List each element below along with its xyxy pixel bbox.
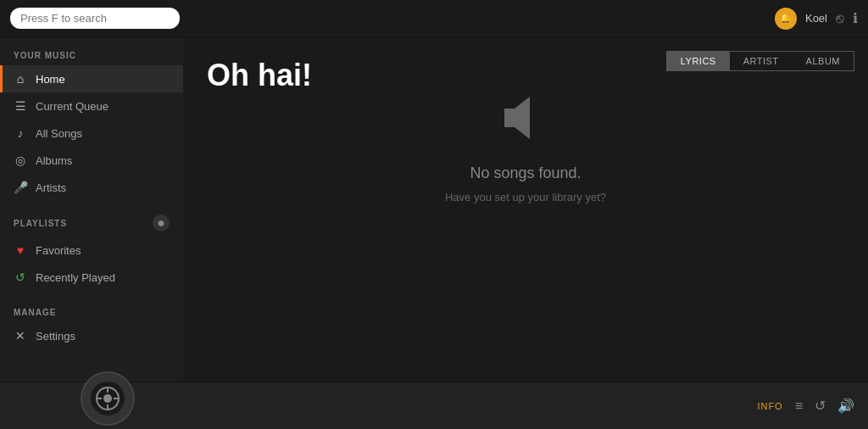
content-tabs: LYRICS ARTIST ALBUM (666, 51, 854, 71)
info-icon[interactable]: ℹ (853, 10, 858, 26)
albums-icon: ◎ (14, 153, 27, 167)
sidebar-item-all-songs[interactable]: ♪ All Songs (0, 120, 183, 147)
sidebar-item-queue-label: Current Queue (36, 100, 108, 113)
queue-icon: ☰ (14, 99, 27, 113)
main-layout: Your Music ⌂ Home ☰ Current Queue ♪ All … (0, 37, 868, 382)
no-songs-subtitle: Have you set up your library yet? (445, 191, 606, 203)
playlists-header: Playlists ● (0, 201, 183, 237)
sidebar-item-artists[interactable]: 🎤 Artists (0, 174, 183, 201)
player-avatar-inner (91, 382, 125, 415)
player-bar: INFO ≡ ↺ 🔊 (0, 382, 868, 429)
favorites-icon: ♥ (14, 243, 27, 257)
sidebar-item-albums-label: Albums (36, 154, 72, 167)
volume-icon[interactable]: 🔊 (837, 398, 854, 414)
manage-section: Manage ✕ Settings (0, 294, 183, 349)
search-input[interactable] (10, 8, 180, 29)
content-area: Oh hai! LYRICS ARTIST ALBUM No songs fou… (183, 37, 868, 382)
sidebar: Your Music ⌂ Home ☰ Current Queue ♪ All … (0, 37, 183, 382)
topbar: 🔔 Koel ⎋ ℹ (0, 0, 868, 37)
tab-lyrics[interactable]: LYRICS (667, 52, 730, 70)
player-avatar (81, 371, 135, 426)
player-controls-right: INFO ≡ ↺ 🔊 (757, 398, 854, 414)
settings-icon: ✕ (14, 329, 27, 343)
sidebar-item-recently-label: Recently Played (36, 271, 115, 284)
sidebar-item-artists-label: Artists (36, 181, 66, 194)
recently-played-icon: ↺ (14, 270, 27, 284)
manage-section-title: Manage (0, 294, 183, 322)
repeat-icon[interactable]: ↺ (815, 398, 826, 414)
add-playlist-button[interactable]: ● (153, 214, 170, 231)
equalizer-icon[interactable]: ≡ (795, 398, 803, 414)
svg-point-1 (103, 394, 112, 403)
songs-icon: ♪ (14, 126, 27, 140)
your-music-section-title: Your Music (0, 37, 183, 65)
home-icon: ⌂ (14, 72, 27, 86)
tab-artist[interactable]: ARTIST (730, 52, 793, 70)
avatar-icon: 🔔 (780, 13, 792, 24)
sidebar-item-songs-label: All Songs (36, 127, 82, 140)
username-label: Koel (805, 12, 827, 25)
sidebar-item-recently-played[interactable]: ↺ Recently Played (0, 264, 183, 291)
playlists-section-title: Playlists (14, 219, 67, 228)
sidebar-item-settings-label: Settings (36, 330, 75, 343)
sidebar-item-favorites[interactable]: ♥ Favorites (0, 237, 183, 264)
sidebar-item-favorites-label: Favorites (36, 244, 81, 257)
no-songs-title: No songs found. (470, 164, 581, 182)
artists-icon: 🎤 (14, 181, 27, 194)
sidebar-item-home[interactable]: ⌂ Home (0, 65, 183, 92)
sidebar-item-current-queue[interactable]: ☰ Current Queue (0, 92, 183, 120)
empty-state: No songs found. Have you set up your lib… (183, 88, 868, 203)
user-avatar: 🔔 (775, 8, 797, 30)
topbar-right: 🔔 Koel ⎋ ℹ (775, 8, 858, 30)
greeting-heading: Oh hai! (207, 58, 312, 93)
add-icon: ● (157, 215, 165, 231)
info-label[interactable]: INFO (757, 401, 782, 411)
logout-icon[interactable]: ⎋ (836, 11, 844, 26)
sidebar-item-settings[interactable]: ✕ Settings (0, 322, 183, 349)
sidebar-item-albums[interactable]: ◎ Albums (0, 147, 183, 174)
tab-album[interactable]: ALBUM (793, 52, 854, 70)
sidebar-item-home-label: Home (36, 73, 65, 86)
speaker-icon (496, 88, 555, 156)
